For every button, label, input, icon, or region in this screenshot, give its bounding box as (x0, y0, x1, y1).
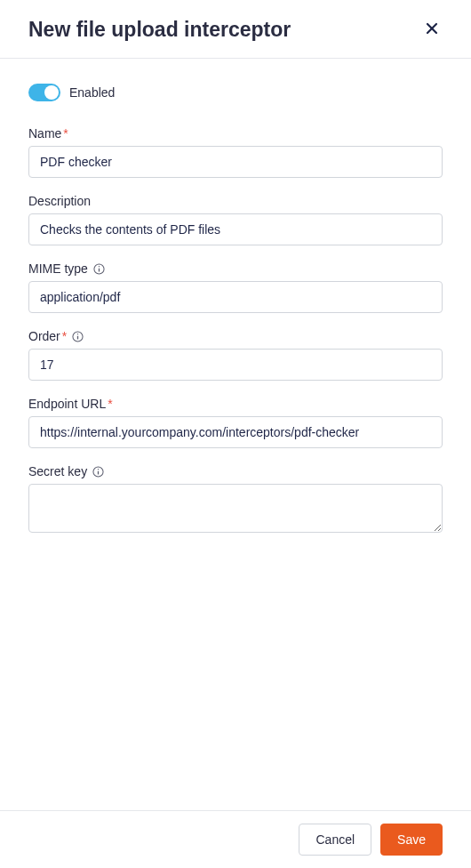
svg-point-7 (77, 334, 78, 334)
name-field-group: Name* (28, 126, 443, 178)
mime-type-field-group: MIME type (28, 261, 443, 313)
description-label: Description (28, 194, 443, 208)
cancel-button[interactable]: Cancel (299, 824, 371, 856)
order-label: Order* (28, 329, 443, 343)
endpoint-url-field-group: Endpoint URL* (28, 397, 443, 448)
enabled-toggle-label: Enabled (69, 85, 115, 100)
order-input[interactable] (28, 349, 443, 381)
secret-key-field-group: Secret key (28, 464, 443, 536)
description-input[interactable] (28, 213, 443, 245)
required-indicator: * (108, 397, 112, 411)
info-icon[interactable] (93, 263, 105, 275)
mime-type-input[interactable] (28, 281, 443, 313)
endpoint-url-label: Endpoint URL* (28, 397, 443, 411)
dialog-header: New file upload interceptor (0, 0, 471, 59)
info-icon[interactable] (72, 331, 84, 342)
dialog-footer: Cancel Save (0, 810, 471, 868)
required-indicator: * (63, 126, 68, 141)
required-indicator: * (62, 329, 67, 343)
dialog-content: Enabled Name* Description MIME type (0, 59, 471, 810)
dialog-title: New file upload interceptor (28, 18, 291, 42)
secret-key-input[interactable] (28, 484, 443, 533)
order-field-group: Order* (28, 329, 443, 381)
enabled-toggle-row: Enabled (28, 84, 443, 101)
name-label: Name* (28, 126, 443, 141)
secret-key-label: Secret key (28, 464, 443, 478)
svg-point-10 (98, 469, 99, 470)
enabled-toggle[interactable] (28, 84, 60, 101)
svg-point-4 (99, 266, 100, 267)
close-button[interactable] (421, 18, 443, 42)
mime-type-label: MIME type (28, 261, 443, 276)
info-icon[interactable] (92, 466, 104, 478)
toggle-knob (44, 85, 59, 100)
name-input[interactable] (28, 146, 443, 178)
close-icon (425, 21, 439, 38)
description-field-group: Description (28, 194, 443, 245)
endpoint-url-input[interactable] (28, 416, 443, 448)
save-button[interactable]: Save (380, 824, 443, 856)
